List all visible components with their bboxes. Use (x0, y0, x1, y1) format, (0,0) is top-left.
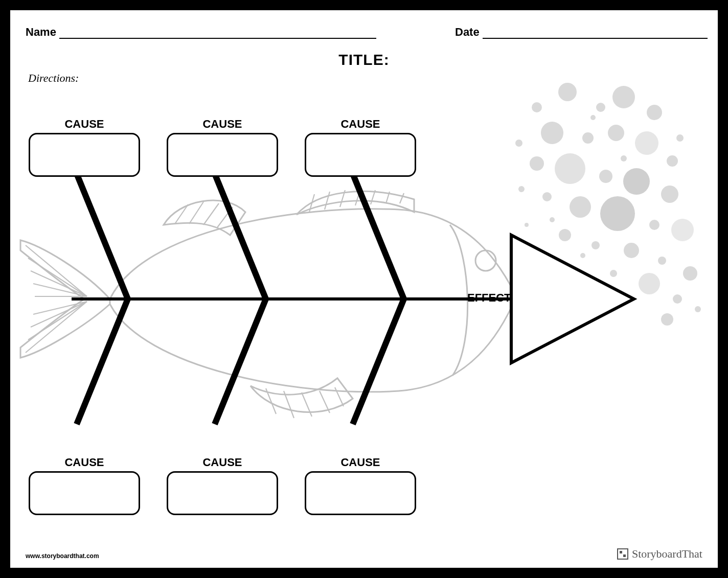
cause-box-top-2[interactable] (167, 133, 278, 177)
cause-box-top-3[interactable] (305, 133, 416, 177)
cause-box-bottom-2[interactable] (167, 471, 278, 515)
cause-box-bottom-3[interactable] (305, 471, 416, 515)
footer-brand-text: StoryboardThat (632, 547, 702, 561)
footer-brand: StoryboardThat (617, 547, 702, 561)
cause-label-bottom-2: CAUSE (197, 456, 248, 469)
svg-line-69 (215, 299, 266, 424)
svg-line-67 (353, 174, 404, 299)
storyboard-logo-icon (617, 548, 629, 560)
cause-box-top-1[interactable] (29, 133, 140, 177)
cause-label-top-3: CAUSE (335, 118, 386, 131)
svg-line-65 (77, 174, 128, 299)
svg-rect-71 (618, 549, 628, 559)
worksheet-sheet: Name Date TITLE: Directions: (10, 10, 718, 568)
svg-rect-73 (623, 554, 626, 557)
svg-line-68 (77, 299, 128, 424)
footer-url: www.storyboardthat.com (26, 552, 99, 560)
cause-label-bottom-3: CAUSE (335, 456, 386, 469)
cause-box-bottom-1[interactable] (29, 471, 140, 515)
effect-label: EFFECT: (467, 291, 513, 305)
svg-rect-72 (620, 551, 622, 553)
cause-label-bottom-1: CAUSE (59, 456, 110, 469)
cause-label-top-1: CAUSE (59, 118, 110, 131)
cause-label-top-2: CAUSE (197, 118, 248, 131)
svg-line-70 (353, 299, 404, 424)
svg-line-66 (215, 174, 266, 299)
page-outer: Name Date TITLE: Directions: (0, 0, 728, 578)
